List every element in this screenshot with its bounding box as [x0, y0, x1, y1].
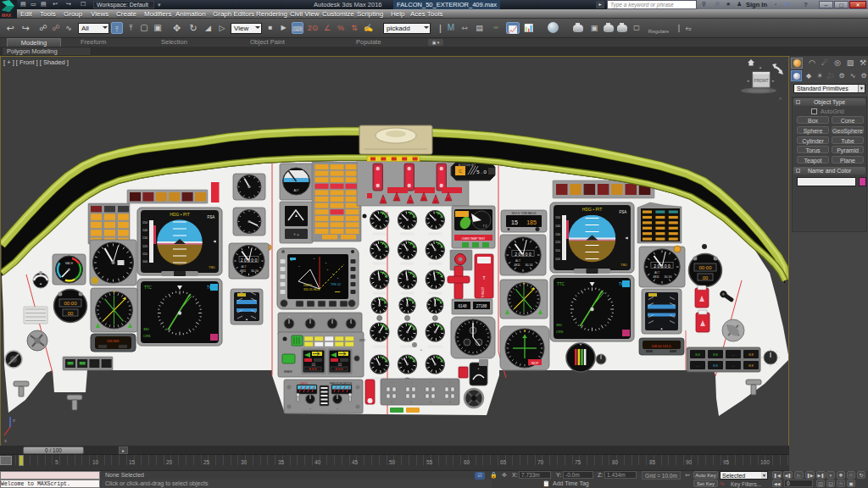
svg-text:TTC: TTC — [144, 286, 152, 290]
svg-text:STBY: STBY — [359, 339, 365, 342]
svg-text:▬▬: ▬▬ — [335, 290, 340, 293]
svg-text:•: • — [430, 401, 431, 404]
svg-text:118.00 121.5: 118.00 121.5 — [651, 344, 671, 348]
svg-text:•: • — [337, 277, 338, 280]
svg-text:BRAKE: BRAKE — [284, 370, 292, 374]
svg-text:⌕: ⌕ — [779, 96, 782, 101]
svg-text:30.16: 30.16 — [665, 275, 672, 279]
svg-text:15: 15 — [511, 219, 518, 225]
svg-text:CRS: CRS — [143, 334, 151, 338]
svg-text:380: 380 — [143, 327, 149, 331]
svg-text:140: 140 — [555, 225, 560, 228]
svg-text:•: • — [391, 401, 392, 404]
svg-text:···: ··· — [390, 380, 393, 385]
svg-text:▼: ▼ — [522, 281, 526, 286]
svg-text:THRUST: THRUST — [481, 286, 485, 297]
svg-text:•: • — [332, 273, 333, 276]
svg-text:▾: ▾ — [580, 342, 581, 347]
svg-text:▪: ▪ — [309, 407, 310, 410]
svg-text:120: 120 — [142, 245, 147, 248]
svg-text:▪: ▪ — [337, 407, 337, 410]
svg-text:SELF ID TURN RADIUS: SELF ID TURN RADIUS — [512, 212, 537, 215]
svg-text:TBD: TBD — [620, 263, 627, 267]
svg-text:100: 100 — [555, 258, 560, 261]
svg-text:x: x — [4, 438, 7, 443]
svg-text:ALT: ALT — [241, 265, 247, 269]
svg-text:8.8: 8.8 — [748, 363, 754, 368]
svg-text:110: 110 — [142, 252, 147, 256]
svg-text:332 45 HDG: 332 45 HDG — [303, 288, 320, 291]
svg-text:CRS: CRS — [556, 330, 564, 334]
svg-text:▸: ▸ — [772, 78, 775, 83]
svg-text:6148: 6148 — [458, 304, 467, 308]
svg-text:TTC: TTC — [557, 282, 565, 286]
svg-text:27188: 27188 — [476, 304, 487, 308]
svg-text:380: 380 — [556, 323, 562, 327]
svg-text:4811: 4811 — [653, 275, 659, 279]
svg-text:5 . 0: 5 . 0 — [476, 169, 487, 175]
svg-text:130: 130 — [142, 236, 147, 240]
svg-text:●: ● — [420, 348, 422, 352]
svg-text:▼: ▼ — [523, 329, 526, 333]
svg-text:00:00: 00:00 — [64, 301, 77, 306]
svg-text:▴: ▴ — [760, 64, 762, 69]
svg-text:8.8.8: 8.8.8 — [309, 367, 318, 371]
svg-text:8.8: 8.8 — [713, 363, 718, 368]
svg-text:◂: ◂ — [747, 78, 749, 83]
svg-text:•: • — [288, 315, 289, 319]
svg-text:8.8: 8.8 — [713, 352, 718, 357]
svg-text:INOP: INOP — [531, 362, 539, 365]
svg-text:ALT: ALT — [293, 189, 299, 192]
svg-text:4811: 4811 — [514, 263, 520, 267]
svg-text:z: z — [13, 418, 15, 423]
svg-text:ALTITUDE ALT: ALTITUDE ALT — [459, 164, 476, 167]
svg-text:•: • — [309, 315, 310, 319]
svg-text:▼: ▼ — [113, 290, 116, 294]
svg-text:4811: 4811 — [240, 269, 247, 273]
svg-text:•: • — [449, 401, 450, 404]
svg-text:FSA: FSA — [208, 215, 215, 219]
svg-text:GSPD: GSPD — [303, 284, 312, 287]
svg-text:▲: ▲ — [660, 326, 664, 330]
svg-text:150: 150 — [142, 221, 147, 225]
svg-text:···: ··· — [409, 380, 413, 385]
svg-text:00: 00 — [703, 275, 709, 280]
svg-text:FRONT: FRONT — [754, 78, 768, 83]
svg-text:8.8: 8.8 — [695, 352, 700, 357]
svg-text:150: 150 — [555, 216, 560, 219]
svg-text:ALT: ALT — [515, 259, 521, 263]
svg-text:▲: ▲ — [245, 317, 248, 321]
svg-text:188 888: 188 888 — [107, 339, 120, 343]
svg-text:00: 00 — [68, 311, 74, 316]
svg-text:TRK 02: TRK 02 — [331, 283, 341, 286]
svg-text:140: 140 — [142, 229, 147, 232]
svg-text:130: 130 — [555, 233, 560, 236]
svg-text:••: •• — [298, 265, 300, 269]
svg-text:•: • — [326, 262, 326, 265]
svg-text:185: 185 — [526, 219, 537, 225]
svg-text:···: ··· — [429, 380, 432, 385]
svg-text:7 2: 7 2 — [483, 225, 487, 228]
svg-text:▼▲: ▼▲ — [293, 232, 300, 236]
svg-text:100: 100 — [142, 260, 147, 263]
svg-text:ALT: ALT — [654, 271, 660, 274]
svg-text:MACH: MACH — [65, 262, 73, 265]
svg-text:30.16: 30.16 — [251, 269, 259, 273]
svg-text:HDG • PIT: HDG • PIT — [170, 212, 189, 217]
svg-text:OVER TEMP TEST: OVER TEMP TEST — [462, 237, 486, 241]
svg-text:▲: ▲ — [39, 281, 42, 286]
svg-text:•: • — [327, 269, 328, 272]
svg-text:TBD: TBD — [209, 265, 215, 269]
svg-text:•: • — [410, 401, 411, 404]
svg-text:8.8.8: 8.8.8 — [336, 367, 344, 371]
svg-text:▲: ▲ — [294, 213, 298, 218]
svg-text:30.16: 30.16 — [526, 263, 533, 267]
svg-text:C: C — [459, 169, 462, 174]
svg-text:120: 120 — [555, 241, 560, 244]
svg-text:HDG • PIT: HDG • PIT — [582, 207, 602, 212]
svg-text:00:00: 00:00 — [698, 265, 712, 270]
svg-text:●: ● — [478, 367, 480, 370]
svg-text:FSA: FSA — [620, 210, 627, 214]
svg-text:···: ··· — [448, 380, 452, 385]
svg-text:8.8: 8.8 — [748, 352, 754, 357]
